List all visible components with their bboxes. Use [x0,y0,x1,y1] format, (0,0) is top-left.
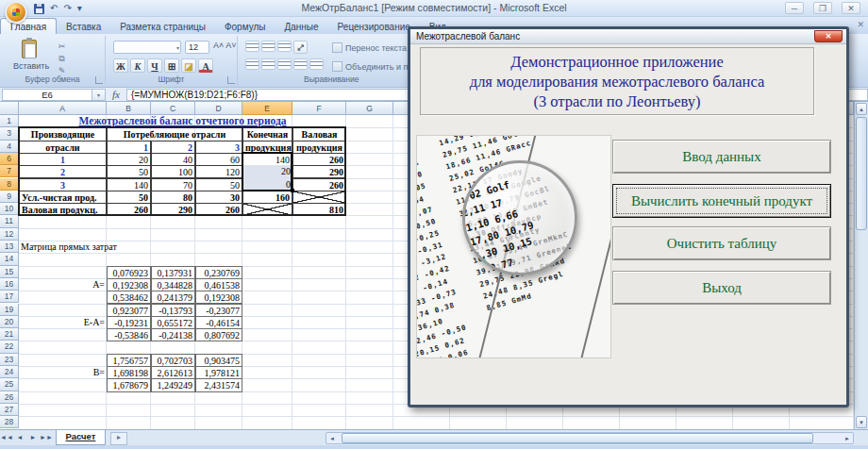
sheet-tab-raschet[interactable]: Расчет [56,430,107,445]
cell-F9[interactable] [292,191,346,204]
cell-C4[interactable]: 2 [151,141,195,154]
cell-F10[interactable]: 810 [292,203,346,216]
name-box[interactable]: E6 [2,89,92,101]
dialog-close-button[interactable]: ✕ [814,30,843,42]
align-top-icon[interactable] [245,41,259,52]
minimize-button[interactable]: ─ [785,2,804,14]
row-header-11[interactable]: 11 [0,215,19,227]
scroll-down-icon[interactable]: ▼ [856,416,867,428]
cell-C19[interactable]: -0,13793 [151,304,195,317]
cell-C7[interactable]: 100 [151,165,195,178]
row-header-4[interactable]: 4 [0,141,19,153]
column-header-A[interactable]: A [19,102,107,115]
scroll-up-icon[interactable]: ▲ [856,103,867,115]
cell-C6[interactable]: 40 [151,153,195,166]
first-sheet-icon[interactable]: ◄◄ [0,430,13,445]
cell-B21[interactable]: -0,53846 [107,328,151,341]
cell-E8[interactable]: 0 [242,178,292,191]
cell-B25[interactable]: 1,678679 [107,378,151,391]
cell-A10[interactable]: Валовая продукц. [19,203,107,216]
next-sheet-icon[interactable]: ► [26,430,40,445]
cell-A7[interactable]: 2 [19,165,107,178]
cell-F6[interactable]: 260 [292,153,346,166]
cell-D20[interactable]: -0,46154 [195,316,242,329]
cell-C15[interactable]: 0,137931 [151,266,195,279]
cell-D24[interactable]: 1,978121 [195,366,242,379]
cell-C9[interactable]: 80 [151,191,195,204]
cell-F8[interactable]: 260 [292,178,346,191]
last-sheet-icon[interactable]: ►► [40,430,53,445]
cell-B7[interactable]: 50 [107,165,151,178]
cell-B6[interactable]: 20 [107,153,151,166]
cell-C20[interactable]: 0,655172 [151,316,195,329]
cell-A6[interactable]: 1 [19,153,107,166]
row-header-14[interactable]: 14 [0,253,19,265]
cell-F3[interactable]: Валовая [292,127,346,141]
font-size-combo[interactable]: 12 [185,41,209,54]
cell-F4[interactable]: продукция [292,141,346,154]
cell-C24[interactable]: 2,612613 [151,366,195,379]
cell-C21[interactable]: -0,24138 [151,328,195,341]
select-all-corner[interactable] [0,102,19,115]
row-header-25[interactable]: 25 [0,378,19,391]
row-header-9[interactable]: 9 [0,191,19,203]
scroll-right-icon[interactable]: ► [844,434,850,444]
row-header-1[interactable]: 1 [0,115,19,127]
row-header-20[interactable]: 20 [0,316,19,328]
italic-button[interactable]: К [130,58,145,73]
bold-button[interactable]: Ж [113,58,128,73]
orientation-icon[interactable]: ⤢ [293,41,308,54]
decrease-indent-icon[interactable] [293,58,308,70]
scroll-left-icon[interactable]: ◄ [329,434,335,444]
cell-D23[interactable]: 0,903475 [195,354,242,367]
cell-B17[interactable]: 0,538462 [107,291,151,304]
row-header-23[interactable]: 23 [0,354,19,366]
cell-D7[interactable]: 120 [195,165,242,178]
fill-color-icon[interactable]: ◪ [181,58,196,73]
row-header-7[interactable]: 7 [0,165,19,177]
cell-B8[interactable]: 140 [107,178,151,191]
column-header-G[interactable]: G [346,102,393,115]
align-left-icon[interactable] [245,58,259,70]
cell-D10[interactable]: 260 [195,203,242,216]
close-button[interactable]: ✕ [842,2,860,14]
cell-F7[interactable]: 290 [292,165,346,178]
cell-E4[interactable]: продукция [242,141,292,154]
clear-table-button[interactable]: Очистить таблицу [612,226,831,260]
cell-C17[interactable]: 0,241379 [151,291,195,304]
clipboard-dialog-launcher[interactable] [95,76,103,84]
cell-C8[interactable]: 70 [151,178,195,191]
underline-button[interactable]: Ч [147,58,162,73]
cell-A1[interactable]: Межотраслевой баланс отчетного периода [19,115,346,128]
paste-button[interactable]: Вставить [13,40,45,74]
dialog-title-bar[interactable]: Межотраслевой баланс ✕ [410,29,846,44]
cell-A16[interactable]: A= [19,278,107,291]
cell-B3[interactable]: Потребляющие отрасли [107,127,242,141]
cell-A4[interactable]: отрасли [19,141,107,154]
row-header-22[interactable]: 22 [0,341,19,353]
copy-icon[interactable]: ⧉ [55,52,69,64]
cell-C25[interactable]: 1,249249 [151,378,195,391]
column-header-E[interactable]: E [242,102,292,115]
input-data-button[interactable]: Ввод данных [612,140,831,174]
cell-A3[interactable]: Производящие [19,127,107,141]
cell-B16[interactable]: 0,192308 [107,278,151,291]
column-header-F[interactable]: F [292,102,346,115]
row-header-28[interactable]: 28 [0,416,19,428]
cell-D8[interactable]: 50 [195,178,242,191]
wrap-text-button[interactable]: Перенос текста [332,42,407,53]
cell-C16[interactable]: 0,344828 [151,278,195,291]
cell-D15[interactable]: 0,230769 [195,266,242,279]
cell-D25[interactable]: 2,431574 [195,378,242,391]
font-dialog-launcher[interactable] [227,76,235,84]
maximize-button[interactable]: ❐ [813,2,832,14]
column-header-C[interactable]: C [151,102,195,115]
align-center-icon[interactable] [261,58,275,70]
row-header-3[interactable]: 3 [0,127,19,140]
cell-D6[interactable]: 60 [195,153,242,166]
cell-E10[interactable] [242,203,292,216]
font-color-icon[interactable]: А [198,58,213,73]
row-header-13[interactable]: 13 [0,241,19,253]
column-header-B[interactable]: B [107,102,151,115]
workbook-close-icon[interactable]: ✕ [857,20,864,29]
